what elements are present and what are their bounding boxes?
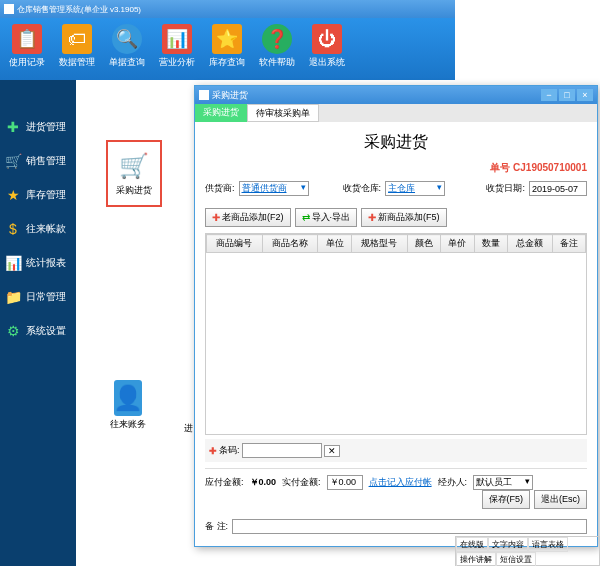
person-book-icon: 👤 <box>114 380 142 416</box>
minimize-button[interactable]: − <box>541 89 557 101</box>
maximize-button[interactable]: □ <box>559 89 575 101</box>
sidebar-label: 销售管理 <box>26 154 66 168</box>
auto-store-link[interactable]: 点击记入应付帐 <box>369 476 432 489</box>
sidebar-item-2[interactable]: ★库存管理 <box>0 178 76 212</box>
plus-icon: ✚ <box>209 446 217 456</box>
barcode-label: 条码: <box>219 444 240 457</box>
warehouse-dropdown[interactable]: 主仓库 <box>385 181 445 196</box>
cart-plus-icon: 🛒 <box>118 150 150 182</box>
status-item[interactable]: 文字内容 <box>488 537 528 552</box>
toolbar-label: 退出系统 <box>302 56 352 69</box>
sidebar-item-4[interactable]: 📊统计报表 <box>0 246 76 280</box>
column-header: 总金额 <box>507 235 552 253</box>
modal-icon <box>199 90 209 100</box>
toolbar-icon: 📊 <box>162 24 192 54</box>
canvas-item-label: 采购进货 <box>116 184 152 197</box>
tab-purchase[interactable]: 采购进货 <box>195 104 247 122</box>
remark-label: 备 注: <box>205 520 228 533</box>
toolbar-label: 单据查询 <box>102 56 152 69</box>
form-title: 采购进货 <box>205 132 587 153</box>
paid-input[interactable] <box>327 475 363 490</box>
sidebar-item-6[interactable]: ⚙系统设置 <box>0 314 76 348</box>
toolbar-icon: ❓ <box>262 24 292 54</box>
sidebar-icon: 🛒 <box>4 152 22 170</box>
column-header: 颜色 <box>407 235 440 253</box>
toolbar-3[interactable]: 📊营业分析 <box>152 22 202 76</box>
modal-titlebar: 采购进货 − □ × <box>195 86 597 104</box>
toolbar-icon: 🏷 <box>62 24 92 54</box>
toolbar-5[interactable]: ❓软件帮助 <box>252 22 302 76</box>
sidebar-label: 进货管理 <box>26 120 66 134</box>
column-header: 单位 <box>318 235 351 253</box>
toolbar-4[interactable]: ⭐库存查询 <box>202 22 252 76</box>
sidebar-icon: 📊 <box>4 254 22 272</box>
toolbar-6[interactable]: ⏻退出系统 <box>302 22 352 76</box>
toolbar-label: 营业分析 <box>152 56 202 69</box>
toolbar-1[interactable]: 🏷数据管理 <box>52 22 102 76</box>
sidebar-label: 库存管理 <box>26 188 66 202</box>
main-titlebar: 仓库销售管理系统(单企业 v3.1905) <box>0 0 455 18</box>
add-old-product-button[interactable]: ✚老商品添加(F2) <box>205 208 291 227</box>
app-icon <box>4 4 14 14</box>
sidebar: ✚进货管理🛒销售管理★库存管理$往来帐款📊统计报表📁日常管理⚙系统设置 <box>0 80 76 566</box>
sidebar-icon: ⚙ <box>4 322 22 340</box>
status-item[interactable]: 短信设置 <box>496 552 536 566</box>
toolbar-icon: ⭐ <box>212 24 242 54</box>
order-number: 单号 CJ19050710001 <box>205 161 587 175</box>
app-title: 仓库销售管理系统(单企业 v3.1905) <box>17 4 141 15</box>
column-header: 数量 <box>474 235 507 253</box>
status-item[interactable]: 操作讲解 <box>456 552 496 566</box>
supplier-dropdown[interactable]: 普通供货商 <box>239 181 309 196</box>
modal-tabs: 采购进货 待审核采购单 <box>195 104 597 122</box>
date-label: 收货日期: <box>486 182 525 195</box>
status-item[interactable]: 语言表格 <box>528 537 568 552</box>
sidebar-label: 系统设置 <box>26 324 66 338</box>
exit-button[interactable]: 退出(Esc) <box>534 490 587 509</box>
operator-dropdown[interactable]: 默认员工 <box>473 475 533 490</box>
sidebar-label: 日常管理 <box>26 290 66 304</box>
bottom-status-bar: 在线版文字内容语言表格操作讲解短信设置 <box>455 536 600 566</box>
date-input[interactable] <box>529 181 587 196</box>
barcode-input[interactable] <box>242 443 322 458</box>
barcode-clear-button[interactable]: ✕ <box>324 445 340 457</box>
canvas-item-purchase[interactable]: 🛒 采购进货 <box>106 140 162 207</box>
column-header: 商品名称 <box>262 235 318 253</box>
paid-label: 实付金额: <box>282 476 321 489</box>
toolbar-label: 数据管理 <box>52 56 102 69</box>
sidebar-icon: $ <box>4 220 22 238</box>
sidebar-item-5[interactable]: 📁日常管理 <box>0 280 76 314</box>
sidebar-item-1[interactable]: 🛒销售管理 <box>0 144 76 178</box>
sidebar-icon: ★ <box>4 186 22 204</box>
toolbar-label: 软件帮助 <box>252 56 302 69</box>
main-toolbar: 📋使用记录🏷数据管理🔍单据查询📊营业分析⭐库存查询❓软件帮助⏻退出系统 <box>0 18 455 80</box>
sidebar-label: 往来帐款 <box>26 222 66 236</box>
sidebar-item-3[interactable]: $往来帐款 <box>0 212 76 246</box>
import-export-button[interactable]: ⇄导入·导出 <box>295 208 358 227</box>
toolbar-2[interactable]: 🔍单据查询 <box>102 22 152 76</box>
remark-input[interactable] <box>232 519 587 534</box>
status-item[interactable]: 在线版 <box>456 537 488 552</box>
column-header: 商品编号 <box>207 235 263 253</box>
canvas-item-stub: 进 <box>184 422 193 435</box>
modal-title-text: 采购进货 <box>212 89 248 102</box>
warehouse-label: 收货仓库: <box>343 182 382 195</box>
sidebar-item-0[interactable]: ✚进货管理 <box>0 110 76 144</box>
canvas-item-label: 往来账务 <box>110 418 146 431</box>
sidebar-icon: 📁 <box>4 288 22 306</box>
toolbar-0[interactable]: 📋使用记录 <box>2 22 52 76</box>
toolbar-icon: ⏻ <box>312 24 342 54</box>
close-button[interactable]: × <box>577 89 593 101</box>
purchase-modal: 采购进货 − □ × 采购进货 待审核采购单 采购进货 单号 CJ1905071… <box>194 85 598 547</box>
supplier-label: 供货商: <box>205 182 235 195</box>
canvas-item-account[interactable]: 👤 往来账务 <box>110 380 146 431</box>
sidebar-label: 统计报表 <box>26 256 66 270</box>
add-new-product-button[interactable]: ✚新商品添加(F5) <box>361 208 447 227</box>
sidebar-icon: ✚ <box>4 118 22 136</box>
column-header: 规格型号 <box>351 235 407 253</box>
payable-amount: ￥0.00 <box>250 476 277 489</box>
tab-pending[interactable]: 待审核采购单 <box>247 104 319 122</box>
toolbar-label: 库存查询 <box>202 56 252 69</box>
save-button[interactable]: 保存(F5) <box>482 490 531 509</box>
toolbar-icon: 📋 <box>12 24 42 54</box>
column-header: 单价 <box>441 235 474 253</box>
